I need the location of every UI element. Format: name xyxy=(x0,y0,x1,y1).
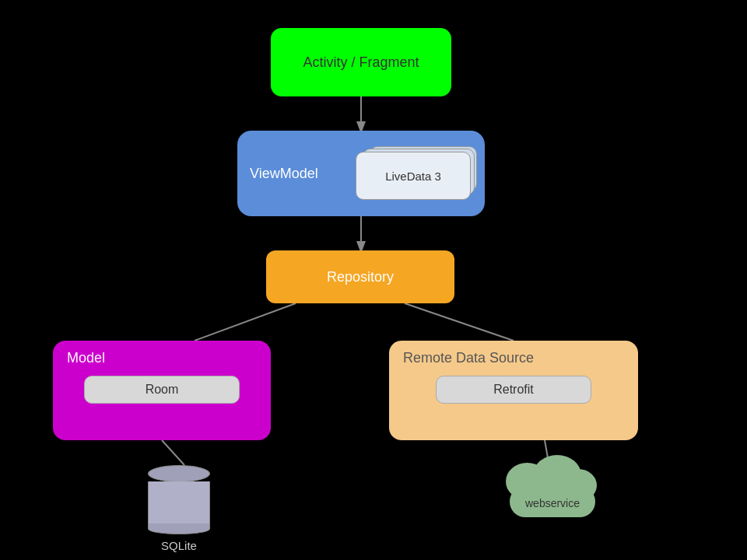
activity-fragment-label: Activity / Fragment xyxy=(303,54,419,71)
webservice-label: webservice xyxy=(502,497,603,509)
webservice-container: webservice xyxy=(502,467,603,517)
room-label: Room xyxy=(146,383,179,397)
viewmodel-label: ViewModel xyxy=(250,166,318,182)
webservice-cloud: webservice xyxy=(502,467,603,517)
cylinder-top xyxy=(148,465,210,482)
retrofit-card: Retrofit xyxy=(436,376,591,404)
activity-fragment-box: Activity / Fragment xyxy=(271,28,451,96)
repository-label: Repository xyxy=(327,269,394,285)
room-card: Room xyxy=(84,376,240,404)
remote-data-source-label: Remote Data Source xyxy=(403,350,624,366)
model-label: Model xyxy=(67,350,257,366)
svg-line-3 xyxy=(405,303,514,341)
model-box: Model Room xyxy=(53,341,271,440)
sqlite-label: SQLite xyxy=(161,539,197,552)
svg-line-2 xyxy=(195,303,296,341)
sqlite-container: SQLite xyxy=(148,465,210,552)
sqlite-cylinder xyxy=(148,465,210,534)
viewmodel-box: ViewModel LiveData 3 xyxy=(237,131,485,216)
livedata-card-front: LiveData 3 xyxy=(356,152,471,200)
retrofit-label: Retrofit xyxy=(493,383,534,397)
architecture-diagram: Activity / Fragment ViewModel LiveData 3… xyxy=(0,0,747,560)
livedata-label: LiveData 3 xyxy=(385,170,441,183)
cylinder-bottom xyxy=(148,523,210,534)
svg-line-4 xyxy=(162,440,184,465)
repository-box: Repository xyxy=(266,250,454,303)
cylinder-body xyxy=(148,481,210,524)
remote-data-source-box: Remote Data Source Retrofit xyxy=(389,341,638,440)
livedata-stack: LiveData 3 xyxy=(356,146,472,201)
